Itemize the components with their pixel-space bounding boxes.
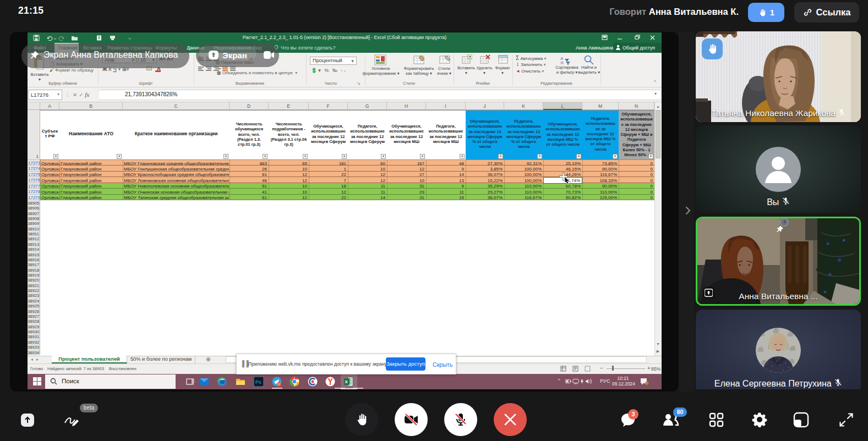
svg-text:X: X xyxy=(345,379,348,384)
svg-text:97: 97 xyxy=(278,383,281,386)
svg-text:1: 1 xyxy=(646,382,648,385)
svg-text:Я: Я xyxy=(560,60,564,65)
svg-text:Ps: Ps xyxy=(255,379,261,385)
